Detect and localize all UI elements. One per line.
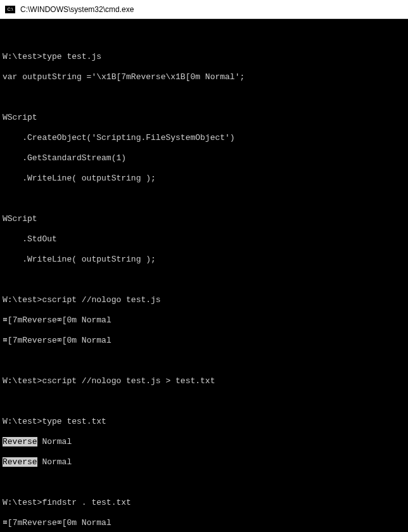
terminal-line — [3, 356, 408, 366]
terminal-line: ⌧[7mReverse⌧[0m Normal — [3, 336, 408, 346]
terminal-line: .GetStandardStream(1) — [3, 153, 408, 163]
terminal-line — [3, 275, 408, 285]
terminal-line: ⌧[7mReverse⌧[0m Normal — [3, 518, 408, 528]
command-text: cscript //nologo test.js > test.txt — [42, 376, 215, 386]
command-text: type test.txt — [42, 417, 106, 426]
terminal-output[interactable]: W:\test>type test.js var outputString ='… — [0, 19, 408, 532]
window-titlebar[interactable]: C:\WINDOWS\system32\cmd.exe — [0, 0, 408, 19]
terminal-line: Reverse Normal — [3, 457, 408, 467]
reverse-text: Reverse — [3, 437, 37, 446]
terminal-line — [3, 194, 408, 204]
reverse-text: Reverse — [3, 457, 37, 467]
terminal-line: .StdOut — [3, 234, 408, 244]
terminal-line — [3, 32, 408, 42]
terminal-line — [3, 92, 408, 103]
terminal-line: .CreateObject('Scripting.FileSystemObjec… — [3, 133, 408, 143]
normal-text: Normal — [37, 437, 72, 446]
terminal-line — [3, 478, 408, 488]
terminal-line: Reverse Normal — [3, 437, 408, 447]
terminal-line: .WriteLine( outputString ); — [3, 255, 408, 265]
prompt: W:\test> — [3, 417, 42, 426]
terminal-line: W:\test>cscript //nologo test.js — [3, 295, 408, 305]
command-text: type test.js — [42, 52, 101, 61]
terminal-line: .WriteLine( outputString ); — [3, 174, 408, 184]
prompt: W:\test> — [3, 498, 42, 507]
terminal-line — [3, 396, 408, 407]
prompt: W:\test> — [3, 52, 42, 61]
command-text: findstr . test.txt — [42, 498, 131, 507]
terminal-line: WScript — [3, 113, 408, 123]
terminal-line: WScript — [3, 214, 408, 224]
terminal-line: var outputString ='\x1B[7mReverse\x1B[0m… — [3, 72, 408, 82]
terminal-line: W:\test>type test.txt — [3, 417, 408, 427]
cmd-icon — [5, 6, 15, 13]
terminal-line: W:\test>cscript //nologo test.js > test.… — [3, 376, 408, 386]
prompt: W:\test> — [3, 295, 42, 305]
prompt: W:\test> — [3, 376, 42, 386]
normal-text: Normal — [37, 457, 72, 467]
window-title: C:\WINDOWS\system32\cmd.exe — [20, 5, 134, 14]
terminal-line: W:\test>findstr . test.txt — [3, 498, 408, 508]
terminal-line: W:\test>type test.js — [3, 52, 408, 62]
command-text: cscript //nologo test.js — [42, 295, 160, 305]
terminal-line: ⌧[7mReverse⌧[0m Normal — [3, 315, 408, 326]
